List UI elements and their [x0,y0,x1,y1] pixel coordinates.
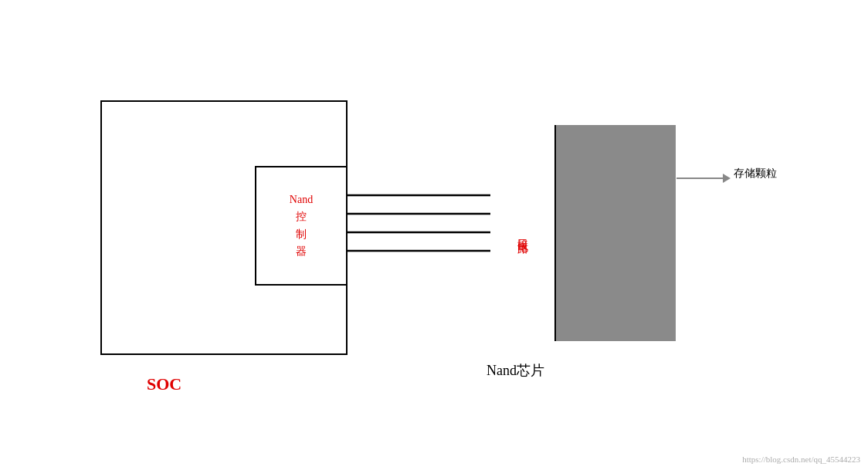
storage-arrow [676,174,731,183]
interface-section: 接口电路 [490,125,556,341]
arrow-line [676,178,723,179]
storage-section [556,125,676,341]
soc-label: SOC [147,374,181,394]
nand-controller-block: Nand控制器 [255,166,348,286]
arrow-head [723,174,731,183]
nand-controller-label: Nand控制器 [290,191,313,261]
diagram-container: SOC Nand控制器 接口电路 Nand芯片 存储颗粒 https://blo… [0,0,868,470]
connection-lines [347,181,493,274]
nand-chip-label: Nand芯片 [487,361,544,380]
watermark: https://blog.csdn.net/qq_45544223 [742,455,860,464]
interface-label: 接口电路 [513,230,532,236]
storage-particle-label: 存储颗粒 [734,167,777,181]
